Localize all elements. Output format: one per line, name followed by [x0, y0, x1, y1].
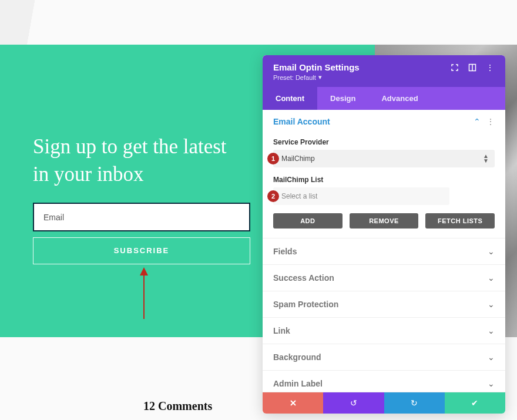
tab-advanced[interactable]: Advanced [368, 87, 431, 110]
more-icon[interactable]: ⋮ [485, 63, 495, 72]
section-spam-protection[interactable]: Spam Protection⌄ [263, 291, 505, 317]
confirm-button[interactable]: ✔ [445, 392, 505, 414]
check-icon: ✔ [471, 398, 478, 408]
remove-button[interactable]: REMOVE [350, 213, 419, 229]
subscribe-button[interactable]: SUBSCRIBE [33, 237, 250, 264]
service-provider-select[interactable]: MailChimp ▲▼ [273, 150, 495, 167]
chevron-down-icon: ⌄ [488, 326, 495, 335]
hero-headline: Sign up to get the latest in your inbox [33, 133, 244, 189]
panel-header: Email Optin Settings ⋮ Preset: Default ▾ [263, 55, 505, 87]
list-select[interactable]: Select a list [273, 187, 449, 205]
panel-tabs: Content Design Advanced [263, 87, 505, 110]
chevron-down-icon: ⌄ [488, 352, 495, 362]
email-input[interactable]: Email [33, 203, 250, 231]
chevron-down-icon: ⌄ [488, 300, 495, 309]
service-provider-label: Service Provider [273, 138, 495, 146]
preset-label: Preset: Default [273, 74, 316, 81]
chevron-down-icon: ⌄ [488, 273, 495, 283]
caret-down-icon: ▾ [318, 73, 322, 81]
annotation-marker-2: 2 [267, 190, 279, 202]
panel-footer: ↺ ↻ ✔ [263, 392, 505, 414]
section-background[interactable]: Background⌄ [263, 344, 505, 370]
section-link[interactable]: Link⌄ [263, 318, 505, 344]
undo-icon: ↺ [350, 398, 357, 408]
service-provider-value: MailChimp [281, 154, 315, 163]
sort-icon: ▲▼ [483, 154, 489, 163]
section-success-action[interactable]: Success Action⌄ [263, 265, 505, 291]
redo-icon: ↻ [411, 398, 418, 408]
preset-dropdown[interactable]: Preset: Default ▾ [273, 73, 495, 81]
panel-title: Email Optin Settings [273, 62, 360, 72]
add-button[interactable]: ADD [273, 213, 343, 229]
section-fields[interactable]: Fields⌄ [263, 238, 505, 264]
undo-button[interactable]: ↺ [323, 392, 384, 414]
chevron-down-icon: ⌄ [488, 247, 495, 256]
tab-content[interactable]: Content [263, 87, 317, 110]
list-placeholder: Select a list [281, 192, 317, 200]
delete-button[interactable] [263, 392, 323, 414]
section-title: Email Account [273, 117, 330, 126]
collapsed-sections: Fields⌄ Success Action⌄ Spam Protection⌄… [263, 238, 505, 392]
section-admin-label[interactable]: Admin Label⌄ [263, 371, 505, 392]
section-more-icon[interactable]: ⋮ [486, 117, 495, 126]
redo-button[interactable]: ↻ [384, 392, 445, 414]
fetch-lists-button[interactable]: FETCH LISTS [425, 213, 495, 229]
section-email-account: Email Account ⌃ ⋮ Service Provider 1 Mai… [263, 110, 505, 238]
annotation-marker-1: 1 [267, 153, 279, 164]
column-icon[interactable] [468, 63, 477, 72]
chevron-down-icon: ⌄ [488, 379, 495, 388]
tab-design[interactable]: Design [317, 87, 368, 110]
section-header-email-account[interactable]: Email Account ⌃ ⋮ [263, 110, 505, 133]
settings-panel: Email Optin Settings ⋮ Preset: Default ▾ [263, 55, 505, 414]
chevron-up-icon: ⌃ [474, 117, 481, 126]
list-label: MailChimp List [273, 176, 495, 184]
comments-heading: 12 Comments [143, 399, 212, 413]
focus-icon[interactable] [450, 63, 459, 72]
